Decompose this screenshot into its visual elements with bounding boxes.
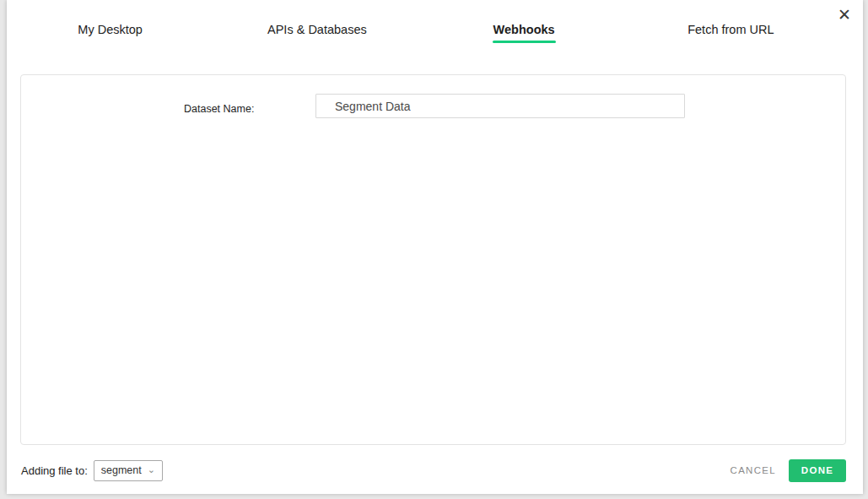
close-icon[interactable]: ✕ xyxy=(838,7,851,23)
tab-webhooks[interactable]: Webhooks xyxy=(421,23,628,38)
adding-file-group: Adding file to: segment ⌄ xyxy=(21,460,163,481)
import-dataset-modal: My Desktop APIs & Databases Webhooks Fet… xyxy=(7,0,863,494)
folder-dropdown[interactable]: segment ⌄ xyxy=(94,460,163,481)
action-buttons: CANCEL DONE xyxy=(731,459,846,482)
dataset-name-input[interactable] xyxy=(315,94,685,118)
adding-file-label: Adding file to: xyxy=(21,464,88,477)
webhooks-content-panel: Dataset Name: xyxy=(20,74,846,445)
tab-my-desktop-label: My Desktop xyxy=(78,23,143,38)
done-button[interactable]: DONE xyxy=(789,459,846,482)
tab-fetch-from-url-label: Fetch from URL xyxy=(687,23,774,38)
tab-fetch-from-url[interactable]: Fetch from URL xyxy=(628,23,834,38)
cancel-button[interactable]: CANCEL xyxy=(731,465,776,475)
tab-apis-databases-label: APIs & Databases xyxy=(267,23,367,38)
tab-apis-databases[interactable]: APIs & Databases xyxy=(213,23,420,38)
modal-footer: Adding file to: segment ⌄ CANCEL DONE xyxy=(21,456,846,485)
tab-webhooks-label: Webhooks xyxy=(493,23,555,38)
folder-dropdown-value: segment xyxy=(101,464,142,476)
dataset-name-label: Dataset Name: xyxy=(184,103,254,115)
tab-bar: My Desktop APIs & Databases Webhooks Fet… xyxy=(7,0,834,61)
tab-my-desktop[interactable]: My Desktop xyxy=(7,23,213,38)
chevron-down-icon: ⌄ xyxy=(148,465,155,475)
